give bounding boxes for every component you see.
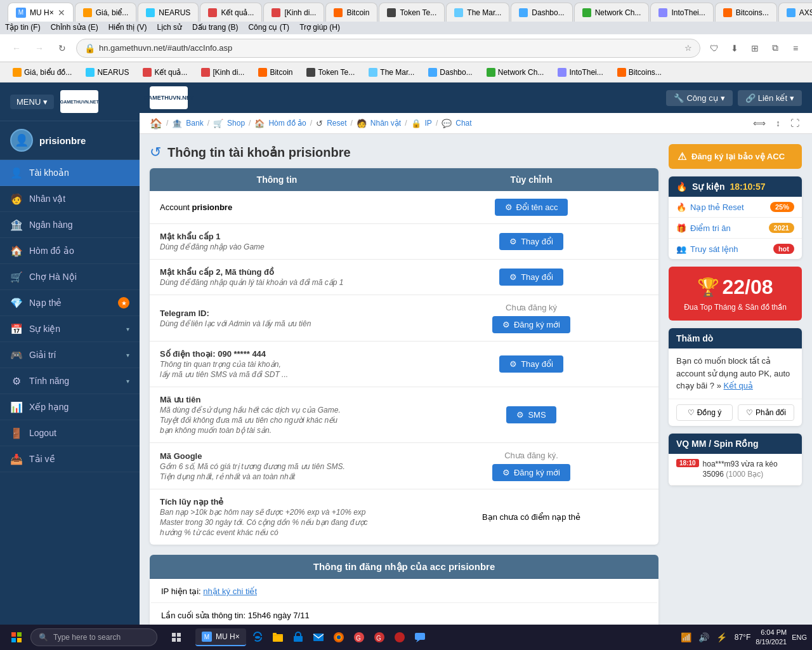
dang-ky-telegram-button[interactable]: ⚙ Đăng ký mới xyxy=(492,316,570,333)
register-banner[interactable]: ⚠ Đăng ký lại bảo vệ ACC xyxy=(669,144,802,169)
thay-doi-mk1-button[interactable]: ⚙ Thay đổi xyxy=(499,233,563,250)
survey-link[interactable]: Kết quả xyxy=(724,381,753,390)
speaker-icon[interactable]: 🔊 xyxy=(697,630,712,645)
breadcrumb-chat[interactable]: Chat xyxy=(455,119,471,128)
menu-dautrang[interactable]: Dấu trang (B) xyxy=(192,23,238,32)
breadcrumb-nhan-vat[interactable]: Nhân vật xyxy=(370,119,401,128)
reload-button[interactable]: ↻ xyxy=(53,39,71,57)
sidebar-item-cho-ha-noi[interactable]: 🛒 Chợ Hà Nội xyxy=(0,264,140,290)
taskbar-game-icon-3[interactable] xyxy=(391,628,409,646)
tab-active[interactable]: M MU H× ✕ xyxy=(8,3,74,22)
bc-fullscreen-icon[interactable]: ⛶ xyxy=(788,117,802,129)
menu-trogiu[interactable]: Trợ giúp (H) xyxy=(299,23,340,32)
breadcrumb-hom-do-ao[interactable]: Hòm đồ ảo xyxy=(268,119,306,128)
thay-doi-mk2-button[interactable]: ⚙ Thay đổi xyxy=(499,269,563,286)
bm-kinh[interactable]: [Kinh di... xyxy=(196,66,249,79)
taskbar-firefox-icon[interactable] xyxy=(330,628,348,646)
sidebar-item-su-kien[interactable]: 📅 Sự kiện ▾ xyxy=(0,316,140,342)
bm-near[interactable]: NEARUS xyxy=(81,66,134,79)
start-button[interactable] xyxy=(5,626,28,649)
tab-5[interactable]: [Kinh di... xyxy=(263,3,324,22)
tab-3[interactable]: NEARUS xyxy=(138,3,199,22)
breadcrumb-home[interactable]: 🏠 xyxy=(150,117,162,129)
bm-into[interactable]: IntoThei... xyxy=(553,66,608,79)
menu-taptin[interactable]: Tập tin (F) xyxy=(5,23,41,32)
tab-netw[interactable]: Network Ch... xyxy=(574,3,650,22)
sidebar-item-hom-do-ao[interactable]: 🏠 Hòm đồ ảo xyxy=(0,238,140,264)
tab-bitcoins[interactable]: Bitcoins... xyxy=(715,3,777,22)
star-icon[interactable]: ☆ xyxy=(684,43,692,53)
taskbar-game-icon-1[interactable]: G xyxy=(350,628,368,646)
bm-netw[interactable]: Network Ch... xyxy=(481,66,549,79)
disagree-button[interactable]: ♡ Phản đối xyxy=(738,404,794,421)
thay-doi-sdt-button[interactable]: ⚙ Thay đổi xyxy=(499,355,563,373)
bc-expand-icon[interactable]: ⟺ xyxy=(750,117,768,129)
breadcrumb-shop[interactable]: Shop xyxy=(227,119,245,128)
tab-token[interactable]: Token Te... xyxy=(379,3,445,22)
sidebar-item-xep-hang[interactable]: 📊 Xếp hạng xyxy=(0,394,140,420)
taskbar-game-icon-2[interactable]: G xyxy=(370,628,388,646)
tab-btc[interactable]: Bitcoin xyxy=(325,3,377,22)
download-icon[interactable]: ⬇ xyxy=(726,39,743,57)
app-btn-mu[interactable]: M MU H× xyxy=(195,628,246,646)
tab-into[interactable]: IntoThei... xyxy=(650,3,713,22)
bm-dash[interactable]: Dashbo... xyxy=(423,66,477,79)
sidebar-item-tai-khoan[interactable]: 👤 Tài khoản xyxy=(0,160,140,186)
sms-button[interactable]: ⚙ SMS xyxy=(506,406,556,423)
taskbar-edge-icon[interactable] xyxy=(249,628,266,646)
task-view-icon[interactable] xyxy=(165,626,188,649)
shield-icon[interactable]: 🛡 xyxy=(705,39,723,57)
breadcrumb-ip[interactable]: IP xyxy=(425,119,432,128)
sidebar-item-logout[interactable]: 🚪 Logout xyxy=(0,420,140,446)
language-indicator[interactable]: ENG xyxy=(792,633,807,641)
sidebar-item-tai-ve[interactable]: 📥 Tải về xyxy=(0,446,140,472)
taskbar-mail-icon[interactable] xyxy=(310,628,327,646)
tab-themar[interactable]: The Mar... xyxy=(446,3,509,22)
menu-chinhsua[interactable]: Chỉnh sửa (E) xyxy=(51,23,98,32)
menu-hienthi[interactable]: Hiển thị (V) xyxy=(108,23,147,32)
url-bar[interactable]: 🔒 hn.gamethuvn.net/#auth/accInfo.asp ☆ xyxy=(76,39,700,58)
back-button[interactable]: ← xyxy=(8,39,25,57)
lienket-button[interactable]: 🔗 Liên kết ▾ xyxy=(738,90,802,106)
tab-axs[interactable]: AXS pro... xyxy=(778,3,812,22)
bm-bitcoin[interactable]: Bitcoin xyxy=(253,66,298,79)
forward-button[interactable]: → xyxy=(30,39,48,57)
taskbar-search-box[interactable]: 🔍 Type here to search xyxy=(30,628,157,646)
breadcrumb-reset[interactable]: Reset xyxy=(327,119,346,128)
event-item-diem-tri-an[interactable]: 🎁 Điểm tri ân 2021 xyxy=(669,218,802,239)
doi-ten-acc-button[interactable]: ⚙ Đổi tên acc xyxy=(495,199,568,216)
battery-icon[interactable]: ⚡ xyxy=(714,630,730,645)
sidebar-item-ngan-hang[interactable]: 🏦 Ngân hàng xyxy=(0,212,140,238)
menu-icon[interactable]: ≡ xyxy=(787,39,804,57)
tab-dash[interactable]: Dashbo... xyxy=(511,3,572,22)
bm-kq[interactable]: Kết quả... xyxy=(138,66,192,79)
sidebar-item-giai-tri[interactable]: 🎮 Giải trí ▾ xyxy=(0,342,140,368)
event-item-truy-sat-lenh[interactable]: 👥 Truy sát lệnh hot xyxy=(669,239,802,259)
congcu-button[interactable]: 🔧 Công cụ ▾ xyxy=(666,90,732,106)
bc-collapse-icon[interactable]: ↕ xyxy=(773,117,783,129)
bm-themar[interactable]: The Mar... xyxy=(363,66,419,79)
agree-button[interactable]: ♡ Đồng ý xyxy=(676,404,733,421)
menu-lichsu[interactable]: Lịch sử xyxy=(157,23,182,32)
taskbar-store-icon[interactable] xyxy=(289,628,307,646)
event-item-nap-the-reset[interactable]: 🔥 Nạp thẻ Reset 25% xyxy=(669,197,802,218)
ip-link[interactable]: nhật ký chi tiết xyxy=(203,587,257,596)
bm-gia[interactable]: Giá, biểu đồ... xyxy=(8,66,77,79)
wifi-icon[interactable]: 📶 xyxy=(679,630,694,645)
sidebar-item-nhan-vat[interactable]: 🧑 Nhân vật xyxy=(0,186,140,212)
tab-close[interactable]: ✕ xyxy=(58,8,65,18)
sidebar-toggle-icon[interactable]: ⊞ xyxy=(746,39,764,57)
menu-congcu[interactable]: Công cụ (T) xyxy=(248,23,289,32)
bm-token[interactable]: Token Te... xyxy=(301,66,360,79)
breadcrumb-bank[interactable]: Bank xyxy=(186,119,203,128)
taskbar-chat-icon[interactable] xyxy=(411,628,429,646)
bm-bitcoins[interactable]: Bitcoins... xyxy=(612,66,667,79)
split-icon[interactable]: ⧉ xyxy=(766,39,784,57)
sidebar-item-tinh-nang[interactable]: ⚙ Tính năng ▾ xyxy=(0,368,140,394)
taskbar-explorer-icon[interactable] xyxy=(269,628,287,646)
menu-button[interactable]: MENU ▾ xyxy=(10,95,54,109)
sidebar-item-nap-the[interactable]: 💎 Nạp thẻ ★ xyxy=(0,290,140,316)
tab-4[interactable]: Kết quả... xyxy=(200,3,262,22)
tab-2[interactable]: Giá, biể... xyxy=(75,3,137,22)
dang-ky-google-button[interactable]: ⚙ Đăng ký mới xyxy=(492,464,570,481)
